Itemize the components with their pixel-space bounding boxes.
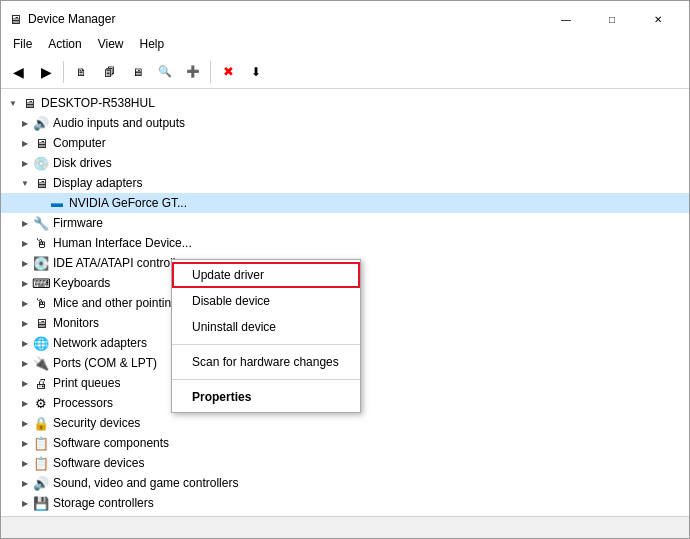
menu-bar: File Action View Help (1, 33, 689, 55)
computer-icon: 🖥 (33, 135, 49, 151)
expand-monitors[interactable]: ▶ (17, 315, 33, 331)
computer-label: Computer (53, 136, 106, 150)
softwarecomp-label: Software components (53, 436, 169, 450)
audio-icon: 🔊 (33, 115, 49, 131)
title-bar-controls: — □ ✕ (543, 7, 681, 31)
security-icon: 🔒 (33, 415, 49, 431)
ports-icon: 🔌 (33, 355, 49, 371)
tree-item-storage[interactable]: ▶ 💾 Storage controllers (1, 493, 689, 513)
toolbar-update[interactable]: 🗐 (96, 59, 122, 85)
minimize-button[interactable]: — (543, 7, 589, 31)
processors-label: Processors (53, 396, 113, 410)
expand-processors[interactable]: ▶ (17, 395, 33, 411)
disk-icon: 💿 (33, 155, 49, 171)
expand-audio[interactable]: ▶ (17, 115, 33, 131)
toolbar-separator-2 (210, 61, 211, 83)
toolbar-scan[interactable]: 🔍 (152, 59, 178, 85)
toolbar: ◀ ▶ 🗎 🗐 🖥 🔍 ➕ ✖ ⬇ (1, 55, 689, 89)
menu-help[interactable]: Help (132, 35, 173, 53)
ctx-separator-2 (172, 379, 360, 380)
expand-softwaredev[interactable]: ▶ (17, 455, 33, 471)
toolbar-uninstall[interactable]: 🖥 (124, 59, 150, 85)
tree-item-softwaredev[interactable]: ▶ 📋 Software devices (1, 453, 689, 473)
menu-action[interactable]: Action (40, 35, 89, 53)
menu-view[interactable]: View (90, 35, 132, 53)
nvidia-label: NVIDIA GeForce GT... (69, 196, 187, 210)
processors-icon: ⚙ (33, 395, 49, 411)
toolbar-add[interactable]: ➕ (180, 59, 206, 85)
tree-item-softwarecomp[interactable]: ▶ 📋 Software components (1, 433, 689, 453)
hid-icon: 🖱 (33, 235, 49, 251)
ctx-scan-hardware[interactable]: Scan for hardware changes (172, 349, 360, 375)
tree-item-disk[interactable]: ▶ 💿 Disk drives (1, 153, 689, 173)
expand-nvidia (33, 195, 49, 211)
window-title: Device Manager (28, 12, 115, 26)
toolbar-properties[interactable]: 🗎 (68, 59, 94, 85)
tree-item-hid[interactable]: ▶ 🖱 Human Interface Device... (1, 233, 689, 253)
tree-item-firmware[interactable]: ▶ 🔧 Firmware (1, 213, 689, 233)
ide-icon: 💽 (33, 255, 49, 271)
tree-item-security[interactable]: ▶ 🔒 Security devices (1, 413, 689, 433)
expand-system[interactable]: ▶ (17, 515, 33, 516)
expand-display[interactable]: ▼ (17, 175, 33, 191)
expand-security[interactable]: ▶ (17, 415, 33, 431)
mice-label: Mice and other pointin... (53, 296, 181, 310)
display-label: Display adapters (53, 176, 142, 190)
toolbar-separator-1 (63, 61, 64, 83)
menu-file[interactable]: File (5, 35, 40, 53)
softwaredev-label: Software devices (53, 456, 144, 470)
softwaredev-icon: 📋 (33, 455, 49, 471)
display-icon: 🖥 (33, 175, 49, 191)
disk-label: Disk drives (53, 156, 112, 170)
toolbar-back[interactable]: ◀ (5, 59, 31, 85)
firmware-label: Firmware (53, 216, 103, 230)
context-menu: Update driver Disable device Uninstall d… (171, 259, 361, 413)
maximize-button[interactable]: □ (589, 7, 635, 31)
keyboard-icon: ⌨ (33, 275, 49, 291)
network-label: Network adapters (53, 336, 147, 350)
tree-item-display[interactable]: ▼ 🖥 Display adapters (1, 173, 689, 193)
expand-hid[interactable]: ▶ (17, 235, 33, 251)
toolbar-download[interactable]: ⬇ (243, 59, 269, 85)
title-bar: 🖥 Device Manager — □ ✕ (1, 1, 689, 33)
expand-disk[interactable]: ▶ (17, 155, 33, 171)
main-area: ▼ 🖥 DESKTOP-R538HUL ▶ 🔊 Audio inputs and… (1, 89, 689, 516)
expand-print[interactable]: ▶ (17, 375, 33, 391)
expand-root[interactable]: ▼ (5, 95, 21, 111)
close-button[interactable]: ✕ (635, 7, 681, 31)
expand-ports[interactable]: ▶ (17, 355, 33, 371)
expand-softwarecomp[interactable]: ▶ (17, 435, 33, 451)
system-icon: 🖥 (33, 515, 49, 516)
expand-network[interactable]: ▶ (17, 335, 33, 351)
sound-label: Sound, video and game controllers (53, 476, 238, 490)
tree-item-computer[interactable]: ▶ 🖥 Computer (1, 133, 689, 153)
mice-icon: 🖱 (33, 295, 49, 311)
tree-item-audio[interactable]: ▶ 🔊 Audio inputs and outputs (1, 113, 689, 133)
expand-storage[interactable]: ▶ (17, 495, 33, 511)
root-label: DESKTOP-R538HUL (41, 96, 155, 110)
tree-root[interactable]: ▼ 🖥 DESKTOP-R538HUL (1, 93, 689, 113)
expand-firmware[interactable]: ▶ (17, 215, 33, 231)
ctx-disable-device[interactable]: Disable device (172, 288, 360, 314)
ctx-properties[interactable]: Properties (172, 384, 360, 410)
toolbar-help[interactable]: ✖ (215, 59, 241, 85)
ctx-uninstall-device[interactable]: Uninstall device (172, 314, 360, 340)
tree-item-nvidia[interactable]: ▬ NVIDIA GeForce GT... (1, 193, 689, 213)
expand-ide[interactable]: ▶ (17, 255, 33, 271)
expand-computer[interactable]: ▶ (17, 135, 33, 151)
audio-label: Audio inputs and outputs (53, 116, 185, 130)
toolbar-forward[interactable]: ▶ (33, 59, 59, 85)
expand-mice[interactable]: ▶ (17, 295, 33, 311)
keyboards-label: Keyboards (53, 276, 110, 290)
status-bar (1, 516, 689, 538)
ctx-update-driver[interactable]: Update driver (172, 262, 360, 288)
ctx-separator-1 (172, 344, 360, 345)
network-icon: 🌐 (33, 335, 49, 351)
tree-item-system[interactable]: ▶ 🖥 System devices (1, 513, 689, 516)
security-label: Security devices (53, 416, 140, 430)
tree-item-sound[interactable]: ▶ 🔊 Sound, video and game controllers (1, 473, 689, 493)
softwarecomp-icon: 📋 (33, 435, 49, 451)
device-manager-window: 🖥 Device Manager — □ ✕ File Action View … (0, 0, 690, 539)
expand-sound[interactable]: ▶ (17, 475, 33, 491)
title-bar-left: 🖥 Device Manager (9, 12, 115, 27)
